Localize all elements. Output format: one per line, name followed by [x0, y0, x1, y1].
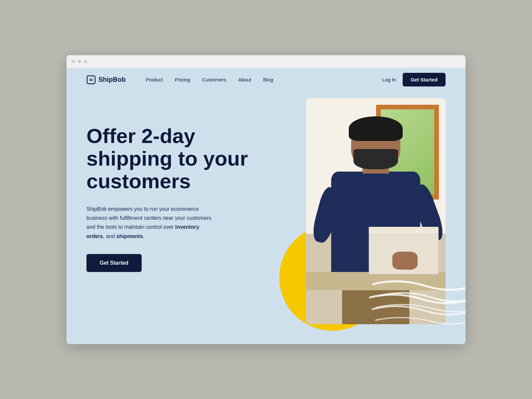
nav-item-pricing[interactable]: Pricing: [175, 77, 190, 83]
man-right-hand: [392, 252, 418, 270]
browser-window: ShipBob Product Pricing Customers About …: [66, 55, 466, 344]
hero-section: Offer 2-day shipping to your customers S…: [66, 91, 466, 344]
person-photo: [306, 98, 446, 324]
browser-bar: [66, 55, 466, 68]
nav-link-pricing[interactable]: Pricing: [175, 77, 190, 82]
man-beard: [353, 149, 398, 169]
nav-item-blog[interactable]: Blog: [263, 77, 273, 83]
logo-link[interactable]: ShipBob: [86, 75, 126, 84]
browser-dot-2: [78, 60, 81, 63]
navbar: ShipBob Product Pricing Customers About …: [66, 68, 466, 91]
nav-link-product[interactable]: Product: [146, 77, 163, 82]
hero-left: Offer 2-day shipping to your customers S…: [86, 111, 259, 272]
get-started-hero-button[interactable]: Get Started: [86, 254, 142, 272]
get-started-nav-button[interactable]: Get Started: [403, 73, 446, 86]
browser-dot-3: [84, 60, 87, 63]
hero-description: ShipBob empowers you to run your ecommer…: [86, 204, 213, 241]
man-figure: [320, 121, 432, 324]
nav-links: Product Pricing Customers About Blog: [146, 77, 382, 83]
nav-item-customers[interactable]: Customers: [202, 77, 226, 83]
nav-actions: Log In Get Started: [382, 73, 446, 86]
logo-text: ShipBob: [98, 76, 126, 83]
photo-container: [306, 98, 446, 324]
page-content: ShipBob Product Pricing Customers About …: [66, 68, 466, 344]
browser-dot-1: [72, 60, 75, 63]
nav-item-about[interactable]: About: [238, 77, 251, 83]
nav-item-product[interactable]: Product: [146, 77, 163, 83]
nav-link-blog[interactable]: Blog: [263, 77, 273, 82]
nav-link-customers[interactable]: Customers: [202, 77, 226, 82]
table-surface: [306, 272, 446, 290]
man-hair: [349, 116, 402, 141]
logo-icon: [86, 75, 96, 84]
login-link[interactable]: Log In: [382, 77, 396, 82]
hero-right: [273, 91, 466, 344]
hero-title: Offer 2-day shipping to your customers: [86, 125, 259, 193]
nav-link-about[interactable]: About: [238, 77, 251, 82]
